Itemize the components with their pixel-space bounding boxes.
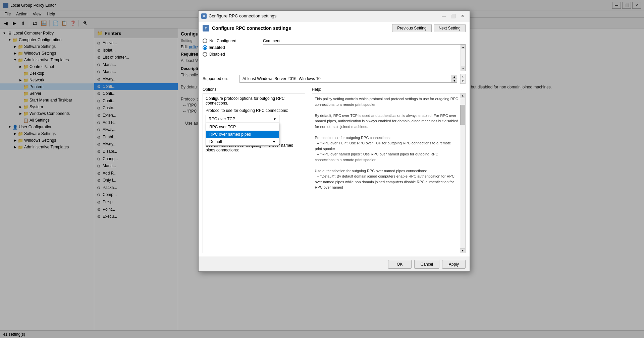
options-label: Options: xyxy=(203,87,305,92)
not-configured-label: Not Configured xyxy=(209,39,236,43)
supported-on-value-box: At least Windows Server 2016, Windows 10… xyxy=(239,75,457,83)
next-setting-button[interactable]: Next Setting xyxy=(434,24,466,32)
dropdown-option-default[interactable]: Default ▼ xyxy=(206,138,279,145)
help-column: Help: This policy setting controls which… xyxy=(312,87,466,253)
dialog-title: Configure RPC connection settings xyxy=(209,13,276,18)
options-panel: Configure protocol options for outgoing … xyxy=(203,93,305,253)
dialog-header: ⚙ Configure RPC connection settings Prev… xyxy=(199,21,470,35)
supported-scroll-up[interactable]: ▲ xyxy=(452,75,457,79)
comment-scrollbar: ▲ ▼ xyxy=(461,45,465,71)
comment-scroll-down[interactable]: ▼ xyxy=(461,66,465,71)
help-scroll-track xyxy=(460,98,465,248)
dropdown-chevron-icon: ▼ xyxy=(273,117,276,121)
supported-right-up[interactable]: ▲ xyxy=(461,74,465,79)
not-configured-option[interactable]: Not Configured xyxy=(203,39,256,43)
comment-scroll-track xyxy=(461,49,465,66)
dialog-maximize-button[interactable]: ⬜ xyxy=(449,12,458,20)
protocol-dropdown-wrapper: RPC over TCP ▼ RPC over TCP RPC o xyxy=(206,115,279,123)
config-options-row: Not Configured Enabled Disabled Comment: xyxy=(203,39,466,71)
disabled-radio[interactable] xyxy=(203,52,207,57)
dialog-body: Not Configured Enabled Disabled Comment: xyxy=(199,35,470,257)
protocol-dropdown-menu: RPC over TCP RPC over named pipes Defaul… xyxy=(206,123,279,146)
disabled-label: Disabled xyxy=(209,52,225,57)
dialog-header-title: Configure RPC connection settings xyxy=(212,25,291,31)
cancel-button[interactable]: Cancel xyxy=(414,260,439,269)
enabled-option[interactable]: Enabled xyxy=(203,45,256,50)
apply-button[interactable]: Apply xyxy=(442,260,466,269)
supported-on-value: At least Windows Server 2016, Windows 10 xyxy=(243,76,321,81)
help-scrollbar: ▲ ▼ xyxy=(460,93,465,253)
dropdown-option-rpc-tcp[interactable]: RPC over TCP xyxy=(206,123,279,131)
dialog-header-icon: ⚙ xyxy=(203,25,209,31)
protocol-description: Configure protocol options for outgoing … xyxy=(206,96,302,106)
comment-scroll-up[interactable]: ▲ xyxy=(461,45,465,49)
ok-button[interactable]: OK xyxy=(388,260,412,269)
options-column: Options: Configure protocol options for … xyxy=(203,87,305,253)
protocol-dropdown-label: Protocol to use for outgoing RPC connect… xyxy=(206,108,302,113)
dialog-icon: ⚙ xyxy=(201,13,207,19)
dialog-footer: OK Cancel Apply xyxy=(199,257,470,271)
dialog-titlebar: ⚙ Configure RPC connection settings — ⬜ … xyxy=(199,11,470,21)
dialog-header-left: ⚙ Configure RPC connection settings xyxy=(203,25,291,31)
dialog-minimize-button[interactable]: — xyxy=(439,12,448,20)
prev-setting-button[interactable]: Previous Setting xyxy=(392,24,431,32)
help-scroll-up[interactable]: ▲ xyxy=(460,93,465,98)
enabled-label: Enabled xyxy=(209,45,225,50)
options-content: Configure protocol options for outgoing … xyxy=(203,93,305,253)
dropdown-option-rpc-named-pipes[interactable]: RPC over named pipes xyxy=(206,131,279,138)
default-arrow-icon: ▼ xyxy=(272,140,276,144)
options-help-row: Options: Configure protocol options for … xyxy=(203,87,466,253)
help-scroll-thumb[interactable] xyxy=(460,105,465,125)
not-configured-radio[interactable] xyxy=(203,39,207,43)
comment-area: Comment: ▲ ▼ xyxy=(263,39,466,71)
dialog-close-button[interactable]: ✕ xyxy=(458,12,467,20)
protocol-dropdown[interactable]: RPC over TCP ▼ xyxy=(206,115,279,123)
dialog-nav-buttons: Previous Setting Next Setting xyxy=(392,24,466,32)
help-label: Help: xyxy=(312,87,466,92)
supported-right-down[interactable]: ▼ xyxy=(461,79,465,83)
supported-scrollbar: ▲ ▼ xyxy=(451,75,457,82)
dialog-controls: — ⬜ ✕ xyxy=(439,12,467,20)
enabled-radio[interactable] xyxy=(203,45,207,50)
supported-right-scrollbar: ▲ ▼ xyxy=(460,74,466,84)
config-radios: Not Configured Enabled Disabled xyxy=(203,39,256,57)
supported-on-row: Supported on: At least Windows Server 20… xyxy=(203,74,466,84)
supported-scroll-down[interactable]: ▼ xyxy=(452,79,457,82)
dialog-titlebar-left: ⚙ Configure RPC connection settings xyxy=(201,13,276,19)
disabled-option[interactable]: Disabled xyxy=(203,52,256,57)
comment-textbox[interactable]: ▲ ▼ xyxy=(263,44,466,71)
help-panel: This policy setting controls which proto… xyxy=(312,93,466,253)
help-content: This policy setting controls which proto… xyxy=(312,93,465,253)
main-window: Local Group Policy Editor — ⬜ ✕ File Act… xyxy=(0,0,644,338)
protocol-selected-value: RPC over TCP xyxy=(209,117,235,121)
comment-label: Comment: xyxy=(263,39,466,43)
help-scroll-down[interactable]: ▼ xyxy=(460,248,465,253)
dialog: ⚙ Configure RPC connection settings — ⬜ … xyxy=(198,10,470,272)
supported-on-label: Supported on: xyxy=(203,76,236,81)
